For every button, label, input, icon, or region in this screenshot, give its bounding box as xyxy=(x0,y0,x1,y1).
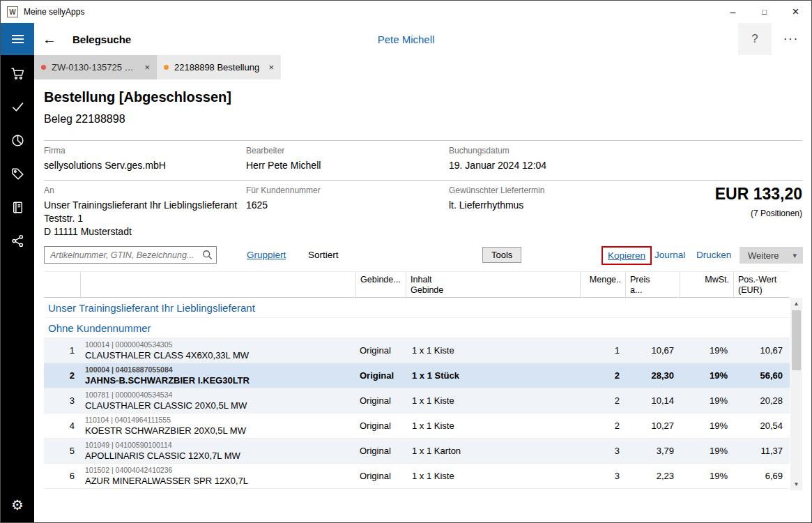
article-name: CLAUSTHALER CLASS 4X6X0,33L MW xyxy=(85,350,356,361)
table-row[interactable]: 2 100004 | 04016887055084 JAHNS-B.SCHWAR… xyxy=(44,363,790,388)
tools-button[interactable]: Tools xyxy=(482,247,521,263)
field-label: Buchungsdatum xyxy=(449,146,802,156)
article-name: AZUR MINERALWASSER SPR 12X0,7L xyxy=(85,476,356,486)
field-value: 1625 xyxy=(246,199,449,212)
header-mwst[interactable]: MwSt. xyxy=(680,272,734,298)
search-icon xyxy=(202,250,213,260)
header-poswert[interactable]: Pos.-Wert (EUR) xyxy=(734,272,790,298)
search-input[interactable] xyxy=(44,246,217,264)
sorted-label[interactable]: Sortiert xyxy=(308,250,339,260)
scroll-down-icon[interactable]: ▼ xyxy=(790,478,802,490)
table-row[interactable]: 3 100781 | 00000040534534 CLAUSTHALER CL… xyxy=(44,388,790,414)
tab-label: 22188898 Bestellung xyxy=(174,62,263,73)
sidebar-item-share[interactable] xyxy=(1,225,34,259)
field-label: Firma xyxy=(44,146,246,156)
row-preis: 10,27 xyxy=(626,420,680,431)
header-inhalt[interactable]: Inhalt Gebinde xyxy=(406,272,581,298)
window-controls: – □ × xyxy=(717,1,811,23)
field-value: Herr Pete Michell xyxy=(246,159,449,172)
article-number: 101502 | 04004042410236 xyxy=(85,466,356,474)
tab-document-zw[interactable]: ZW-0130-135725 W... × xyxy=(34,55,157,79)
row-menge: 3 xyxy=(581,471,626,481)
copy-highlight-box: Kopieren xyxy=(602,246,652,265)
app-logo-icon: W xyxy=(7,6,18,17)
check-icon xyxy=(10,100,25,117)
copy-link[interactable]: Kopieren xyxy=(608,250,645,261)
row-inhalt: 1 x 1 Kiste xyxy=(406,395,581,406)
header-pos xyxy=(44,272,81,298)
journal-link[interactable]: Journal xyxy=(654,250,685,260)
row-mwst: 19% xyxy=(680,395,734,406)
order-total: EUR 133,20 (7 Positionen) xyxy=(715,185,802,218)
sidebar-item-cart[interactable] xyxy=(1,58,34,91)
row-inhalt: 1 x 1 Kiste xyxy=(406,345,581,356)
close-button[interactable]: × xyxy=(780,1,811,23)
scrollbar-thumb[interactable] xyxy=(792,310,801,370)
row-poswert: 10,67 xyxy=(734,345,790,356)
article-name: JAHNS-B.SCHWARZBIER I.KEG30LTR xyxy=(85,375,356,386)
more-actions-label: Weitere xyxy=(748,250,779,261)
more-actions-button[interactable]: Weitere ▾ xyxy=(740,247,803,264)
row-preis: 2,23 xyxy=(626,471,680,481)
row-menge: 2 xyxy=(581,420,626,431)
sidebar-item-catalog[interactable] xyxy=(1,192,34,225)
header-preis[interactable]: Preis a... xyxy=(626,272,680,298)
user-name[interactable]: Pete Michell xyxy=(1,23,811,55)
row-poswert: 11,37 xyxy=(734,446,790,456)
group-row-supplier[interactable]: Unser Trainingslieferant Ihr Lieblingsli… xyxy=(44,298,790,318)
titlebar: W Meine sellyApps – □ × xyxy=(1,1,811,23)
sidebar-item-tasks[interactable] xyxy=(1,91,34,125)
print-link[interactable]: Drucken xyxy=(696,250,731,260)
minimize-button[interactable]: – xyxy=(717,1,749,23)
article-name: APOLLINARIS CLASSIC 12X0,7L MW xyxy=(85,450,356,461)
row-menge: 2 xyxy=(581,395,626,406)
vertical-scrollbar[interactable]: ▲ ▼ xyxy=(790,298,802,490)
header-gebinde[interactable]: Gebinde... xyxy=(356,272,406,298)
table-header: Gebinde... Inhalt Gebinde Menge.. Preis … xyxy=(44,271,790,298)
header-menge[interactable]: Menge.. xyxy=(581,272,626,298)
field-value: sellysolutions Serv.ges.mbH xyxy=(44,159,246,172)
field-label: An xyxy=(44,185,246,195)
row-article: 101502 | 04004042410236 AZUR MINERALWASS… xyxy=(81,466,356,486)
tab-close-icon[interactable]: × xyxy=(144,62,150,73)
table-row[interactable]: 6 101502 | 04004042410236 AZUR MINERALWA… xyxy=(44,464,790,489)
tab-close-icon[interactable]: × xyxy=(268,62,274,73)
row-gebinde: Original xyxy=(356,395,406,406)
sidebar-item-prices[interactable] xyxy=(1,158,34,192)
row-gebinde: Original xyxy=(356,345,406,356)
sidebar: ⚙ xyxy=(1,55,34,522)
gear-icon: ⚙ xyxy=(11,497,24,513)
article-name: KOESTR SCHWARZBIER 20X0,5L MW xyxy=(85,425,356,436)
table-row[interactable]: 4 110104 | 04014964111555 KOESTR SCHWARZ… xyxy=(44,414,790,439)
more-options-button[interactable]: ··· xyxy=(774,23,809,55)
row-position: 6 xyxy=(44,471,81,481)
group-row-customer-number[interactable]: Ohne Kundennummer xyxy=(44,318,790,338)
maximize-button[interactable]: □ xyxy=(749,1,780,23)
help-button[interactable]: ? xyxy=(738,23,772,55)
grouped-link[interactable]: Gruppiert xyxy=(247,250,286,260)
row-preis: 3,79 xyxy=(626,446,680,456)
row-inhalt: 1 x 1 Karton xyxy=(406,446,581,456)
row-menge: 3 xyxy=(581,446,626,456)
header-article xyxy=(81,272,356,298)
row-preis: 10,67 xyxy=(626,345,680,356)
row-preis: 28,30 xyxy=(626,370,680,381)
total-amount: EUR 133,20 xyxy=(715,185,802,204)
article-number: 101049 | 04100590100114 xyxy=(85,441,356,449)
row-position: 4 xyxy=(44,420,81,431)
row-position: 1 xyxy=(44,345,81,356)
scroll-up-icon[interactable]: ▲ xyxy=(790,298,802,310)
row-article: 100004 | 04016887055084 JAHNS-B.SCHWARZB… xyxy=(81,365,356,386)
sidebar-item-statistics[interactable] xyxy=(1,125,34,158)
table-row[interactable]: 5 101049 | 04100590100114 APOLLINARIS CL… xyxy=(44,439,790,464)
document-fields-row-2: An Unser Trainingslieferant Ihr Liebling… xyxy=(44,180,802,238)
table-row[interactable]: 1 100014 | 00000040534305 CLAUSTHALER CL… xyxy=(44,338,790,363)
settings-button[interactable]: ⚙ xyxy=(1,494,34,515)
row-poswert: 56,60 xyxy=(734,370,790,381)
main-content: Bestellung [Abgeschlossen] Beleg 2218889… xyxy=(34,79,811,522)
article-number: 100004 | 04016887055084 xyxy=(85,365,356,374)
row-article: 110104 | 04014964111555 KOESTR SCHWARZBI… xyxy=(81,416,356,436)
tab-document-bestellung[interactable]: 22188898 Bestellung × xyxy=(157,55,281,79)
row-preis: 10,14 xyxy=(626,395,680,406)
pie-chart-icon xyxy=(10,133,25,151)
